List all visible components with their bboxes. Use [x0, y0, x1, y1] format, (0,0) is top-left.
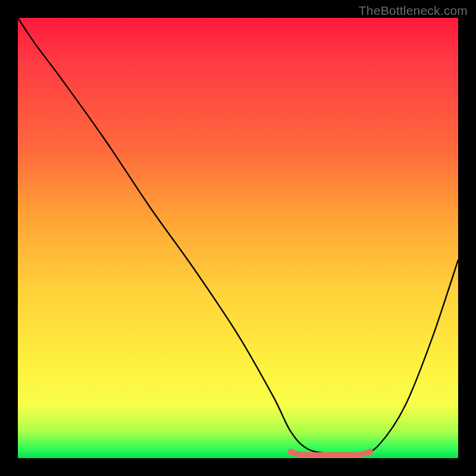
- chart-frame: [18, 18, 458, 458]
- chart-gradient-background: [18, 18, 458, 458]
- watermark-text: TheBottleneck.com: [359, 4, 468, 18]
